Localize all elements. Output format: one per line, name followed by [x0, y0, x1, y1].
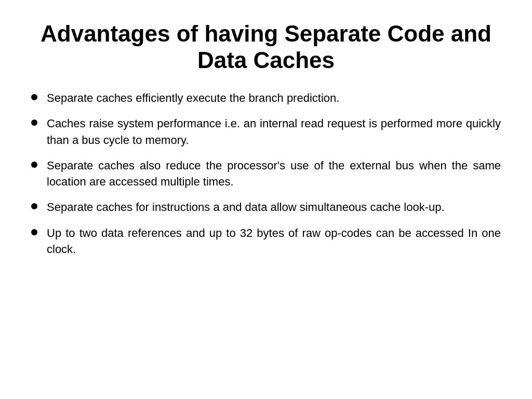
bullet-item-3: Separate caches also reduce the processo… [31, 157, 501, 190]
bullet-dot-1 [31, 94, 37, 100]
bullet-dot-3 [31, 162, 37, 168]
bullet-text-1: Separate caches efficiently execute the … [47, 90, 501, 106]
bullet-item-2: Caches raise system performance i.e. an … [31, 115, 501, 148]
bullet-text-3: Separate caches also reduce the processo… [47, 157, 501, 190]
slide-title: Advantages of having Separate Code and D… [31, 21, 501, 73]
bullet-dot-2 [31, 119, 37, 126]
bullet-item-4: Separate caches for instructions a and d… [31, 199, 501, 215]
bullet-list: Separate caches efficiently execute the … [31, 90, 501, 267]
bullet-text-5: Up to two data references and up to 32 b… [47, 225, 501, 257]
bullet-text-4: Separate caches for instructions a and d… [47, 199, 501, 215]
bullet-text-2: Caches raise system performance i.e. an … [47, 115, 501, 148]
slide: Advantages of having Separate Code and D… [0, 0, 532, 399]
bullet-dot-4 [31, 203, 37, 209]
bullet-item-5: Up to two data references and up to 32 b… [31, 225, 501, 257]
bullet-item-1: Separate caches efficiently execute the … [31, 90, 501, 106]
bullet-dot-5 [31, 229, 37, 235]
